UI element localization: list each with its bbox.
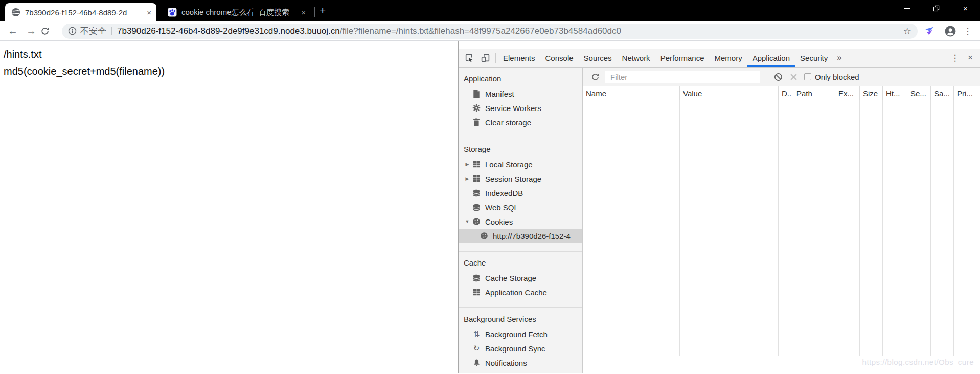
profile-avatar[interactable] [942,26,959,37]
column-header-priority[interactable]: Pri... [954,86,980,100]
back-button[interactable]: ← [4,25,22,37]
sidebar-item-cookies[interactable]: ▼ Cookies [459,214,582,229]
sidebar-item-web-sql[interactable]: Web SQL [459,200,582,214]
cookies-toolbar: Only blocked [583,68,980,86]
chevron-right-icon[interactable]: ▶ [463,176,472,181]
database-icon [472,188,481,197]
sidebar-item-indexeddb[interactable]: IndexedDB [459,186,582,200]
sidebar-section-application: Application Manifest Service Worker [459,68,582,138]
browser-tab-hints[interactable]: 7b390d26-f152-46b4-8d89-2d × [5,3,156,21]
omnibox[interactable]: 不安全 7b390d26-f152-46b4-8d89-2de9f9e31cd9… [62,24,918,39]
filter-input[interactable] [605,71,760,83]
sidebar-item-application-cache[interactable]: Application Cache [459,285,582,299]
trash-icon [472,118,481,127]
toolbar-separator [765,72,765,82]
reload-button[interactable] [40,27,59,36]
device-toolbar-icon [481,54,490,62]
browser-tab-baidu[interactable]: cookie chrome怎么看_百度搜索 × [163,3,310,21]
column-header-value[interactable]: Value [680,86,779,100]
sidebar-item-notifications[interactable]: Notifications [459,356,582,370]
sidebar-item-cache-storage[interactable]: Cache Storage [459,271,582,285]
clear-button[interactable] [786,73,801,81]
browser-toolbar: ← → 不安全 7b390d26-f152-46b4-8d89-2de9f9e3… [0,21,980,41]
inspect-cursor-icon [465,54,473,62]
sidebar-item-background-sync[interactable]: ↻ Background Sync [459,341,582,356]
tab-title: 7b390d26-f152-46b4-8d89-2d [25,8,143,17]
security-label[interactable]: 不安全 [80,25,106,37]
devtools-tab-application[interactable]: Application [747,49,795,67]
section-header-cache: Cache [459,255,582,271]
more-tabs-icon[interactable]: » [833,49,846,67]
devtools-tab-sources[interactable]: Sources [579,49,617,67]
sidebar-item-label: Cache Storage [485,274,536,282]
sidebar-item-cookie-origin[interactable]: http://7b390d26-f152-4 [459,229,582,243]
section-header-storage: Storage [459,142,582,157]
up-down-arrows-icon: ⇅ [472,329,481,339]
column-header-size[interactable]: Size [860,86,883,100]
bookmark-star-icon[interactable]: ☆ [903,26,911,37]
devtools-tab-network[interactable]: Network [617,49,655,67]
table-icon [472,160,481,169]
sidebar-item-label: Clear storage [485,118,531,127]
tab-strip-separator [314,7,315,17]
devtools-close-button[interactable]: × [963,49,978,67]
column-header-domain[interactable]: D.. [779,86,793,100]
column-header-samesite[interactable]: Sa... [931,86,954,100]
sidebar-item-session-storage[interactable]: ▶ Session Storage [459,171,582,186]
column-header-secure[interactable]: Se... [907,86,931,100]
devtools-tab-security[interactable]: Security [795,49,833,67]
toolbar-right: ⋮ [921,26,976,37]
devtools-tab-memory[interactable]: Memory [710,49,747,67]
application-sidebar: Application Manifest Service Worker [459,68,583,373]
refresh-button[interactable] [588,73,602,81]
section-header-application: Application [459,71,582,86]
new-tab-button[interactable]: + [320,5,326,15]
cookies-panel: Only blocked Name Value D.. Path Ex... S… [583,68,980,373]
database-icon [472,273,481,282]
table-icon [472,288,481,297]
devtools-menu-button[interactable]: ⋮ [947,49,963,67]
sidebar-item-local-storage[interactable]: ▶ Local Storage [459,157,582,171]
only-blocked-label[interactable]: Only blocked [815,73,859,81]
extension-icon[interactable] [921,26,938,36]
devtools-tabbar-right: ⋮ × [943,49,978,67]
globe-favicon-icon [11,8,20,17]
bell-icon [472,358,481,367]
sidebar-item-label: Notifications [485,359,527,367]
block-button[interactable] [770,73,786,81]
column-header-path[interactable]: Path [793,86,835,100]
maximize-button[interactable] [922,0,951,16]
tab-close-icon[interactable]: × [301,9,306,16]
info-icon [68,27,77,35]
sidebar-item-service-workers[interactable]: Service Workers [459,101,582,115]
sidebar-item-background-fetch[interactable]: ⇅ Background Fetch [459,327,582,341]
devtools-tab-elements[interactable]: Elements [498,49,540,67]
devtools-tab-console[interactable]: Console [540,49,579,67]
sidebar-item-label: IndexedDB [485,189,523,197]
browser-menu-button[interactable]: ⋮ [959,26,976,37]
minimize-button[interactable] [893,0,922,16]
sidebar-item-label: Application Cache [485,288,547,297]
chevron-down-icon[interactable]: ▼ [463,219,472,224]
devtools-tab-performance[interactable]: Performance [655,49,710,67]
database-icon [472,203,481,212]
column-header-expires[interactable]: Ex... [835,86,860,100]
restore-icon [933,5,940,12]
forward-button[interactable]: → [22,25,40,37]
chevron-right-icon[interactable]: ▶ [463,162,472,167]
device-toolbar-button[interactable] [477,49,493,67]
close-window-button[interactable]: × [951,0,980,16]
devtools-tab-bar: Elements Console Sources Network Perform… [459,49,980,68]
devtools-panel: Elements Console Sources Network Perform… [458,41,980,373]
inspect-element-button[interactable] [461,49,477,67]
toolbar-divider [940,27,940,36]
sidebar-item-label: Background Fetch [485,330,548,339]
sidebar-item-clear-storage[interactable]: Clear storage [459,115,582,129]
tab-close-icon[interactable]: × [147,9,151,16]
sidebar-section-background-services: Background Services ⇅ Background Fetch ↻… [459,307,582,373]
only-blocked-checkbox[interactable] [804,73,811,80]
column-header-httponly[interactable]: Ht... [883,86,907,100]
column-header-name[interactable]: Name [583,86,680,100]
block-icon [774,73,783,81]
sidebar-item-manifest[interactable]: Manifest [459,86,582,101]
